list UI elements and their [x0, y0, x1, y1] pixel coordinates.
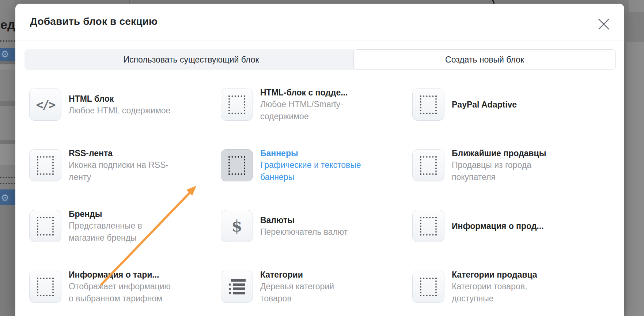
block-text: Ближайшие продавцы Продавцы из города по…	[452, 147, 555, 183]
header-divider	[15, 41, 624, 41]
block-description: Деревья категорий товаров	[260, 281, 363, 305]
block-title: Ближайшие продавцы	[452, 147, 555, 159]
tab-label: Использовать существующий блок	[123, 55, 259, 65]
dotted-square-icon	[37, 156, 54, 175]
screen: { "modal": { "title": "Добавить блок в с…	[0, 0, 644, 316]
list-icon	[229, 279, 245, 295]
block-title: HTML блок	[69, 93, 170, 105]
block-description: Категории товаров, доступные	[452, 281, 555, 305]
block-icon-box: $	[221, 210, 253, 242]
block-text: Категории Деревья категорий товаров	[260, 269, 363, 305]
block-title: HTML-блок с подде...	[260, 87, 363, 98]
block-title: RSS-лента	[69, 147, 172, 159]
dotted-square-icon	[420, 217, 437, 236]
tab-create-new-block[interactable]: Создать новый блок	[353, 49, 616, 70]
block-item[interactable]: RSS-лента Иконка подписки на RSS-ленту	[29, 135, 221, 196]
block-icon-box	[412, 149, 444, 181]
block-item[interactable]: </> HTML блок Любое HTML содержимое	[29, 74, 221, 135]
block-item[interactable]: Категории Деревья категорий товаров	[221, 256, 412, 316]
dotted-square-icon	[37, 217, 54, 236]
block-text: Категории продавца Категории товаров, до…	[452, 269, 555, 305]
block-text: PayPal Adaptive	[452, 99, 517, 110]
dotted-square-icon	[37, 278, 54, 296]
close-icon[interactable]	[598, 18, 610, 30]
block-item[interactable]: Информация о тари... Отображает информац…	[29, 256, 221, 316]
dotted-square-icon	[228, 156, 245, 175]
block-text: Бренды Представленные в магазине бренды	[69, 208, 172, 244]
block-item[interactable]: Категории продавца Категории товаров, до…	[412, 256, 604, 316]
block-description: Продавцы из города покупателя	[452, 159, 555, 183]
block-item[interactable]: $ Валюты Переключатель валют	[221, 196, 412, 256]
block-source-tabs: Использовать существующий блок Создать н…	[24, 49, 616, 70]
block-description: Отображает информацию о выбранном тарифн…	[69, 281, 172, 305]
modal-title: Добавить блок в секцию	[30, 16, 158, 27]
add-block-modal: Добавить блок в секцию Использовать суще…	[15, 4, 624, 316]
block-text: HTML блок Любое HTML содержимое	[69, 93, 170, 117]
block-title: Информация о тари...	[69, 269, 172, 281]
block-item[interactable]: Баннеры Графические и текстовые баннеры	[221, 135, 412, 196]
block-item[interactable]: Ближайшие продавцы Продавцы из города по…	[412, 135, 604, 196]
block-icon-box: </>	[29, 89, 61, 121]
block-icon-box	[412, 89, 444, 121]
block-text: Информация о тари... Отображает информац…	[69, 269, 172, 305]
block-icon-box	[29, 271, 61, 303]
block-title: Баннеры	[260, 147, 363, 159]
block-description: Представленные в магазине бренды	[69, 220, 172, 244]
block-item[interactable]: PayPal Adaptive	[412, 74, 604, 135]
block-title: PayPal Adaptive	[452, 99, 517, 110]
block-icon-box	[412, 271, 444, 303]
block-icon-box	[29, 149, 61, 181]
block-icon-box	[221, 271, 253, 303]
block-title: Категории продавца	[452, 269, 555, 281]
block-type-grid: </> HTML блок Любое HTML содержимое HTML…	[29, 74, 604, 316]
code-icon: </>	[36, 98, 55, 112]
block-icon-box	[29, 210, 61, 242]
dotted-square-icon	[228, 95, 245, 114]
dotted-square-icon	[420, 278, 437, 296]
block-icon-box	[221, 89, 253, 121]
dollar-icon: $	[231, 217, 242, 235]
block-title: Бренды	[69, 208, 172, 220]
tab-use-existing-block[interactable]: Использовать существующий блок	[24, 49, 358, 70]
block-icon-box	[412, 210, 444, 242]
block-text: Информация о прод...	[452, 220, 544, 232]
block-title: Категории	[260, 269, 363, 281]
block-description: Графические и текстовые баннеры	[260, 159, 363, 183]
block-text: HTML-блок с подде... Любое HTML/Smarty-с…	[260, 87, 363, 123]
block-description: Любое HTML/Smarty-содержимое	[260, 98, 363, 123]
block-item[interactable]: Информация о прод...	[412, 196, 604, 256]
dotted-square-icon	[420, 156, 437, 175]
block-description: Любое HTML содержимое	[69, 105, 170, 117]
block-description: Иконка подписки на RSS-ленту	[69, 159, 172, 183]
block-text: Баннеры Графические и текстовые баннеры	[260, 147, 363, 183]
dotted-square-icon	[420, 95, 437, 114]
block-text: RSS-лента Иконка подписки на RSS-ленту	[69, 147, 172, 183]
block-description: Переключатель валют	[260, 226, 348, 238]
block-item[interactable]: HTML-блок с подде... Любое HTML/Smarty-с…	[221, 74, 412, 135]
block-title: Валюты	[260, 214, 348, 226]
tab-label: Создать новый блок	[445, 55, 524, 65]
block-item[interactable]: Бренды Представленные в магазине бренды	[29, 196, 221, 256]
block-icon-box	[221, 149, 253, 181]
block-title: Информация о прод...	[452, 220, 544, 232]
block-text: Валюты Переключатель валют	[260, 214, 348, 238]
